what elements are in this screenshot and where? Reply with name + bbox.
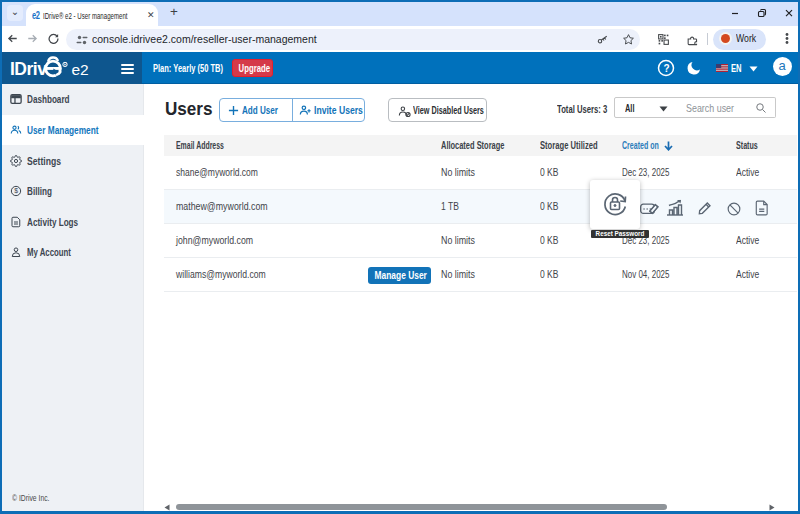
svg-text:e2: e2 (72, 61, 89, 78)
svg-text:IDriv: IDriv (10, 59, 47, 79)
svg-text:?: ? (664, 63, 670, 74)
svg-text:$: $ (14, 187, 18, 194)
